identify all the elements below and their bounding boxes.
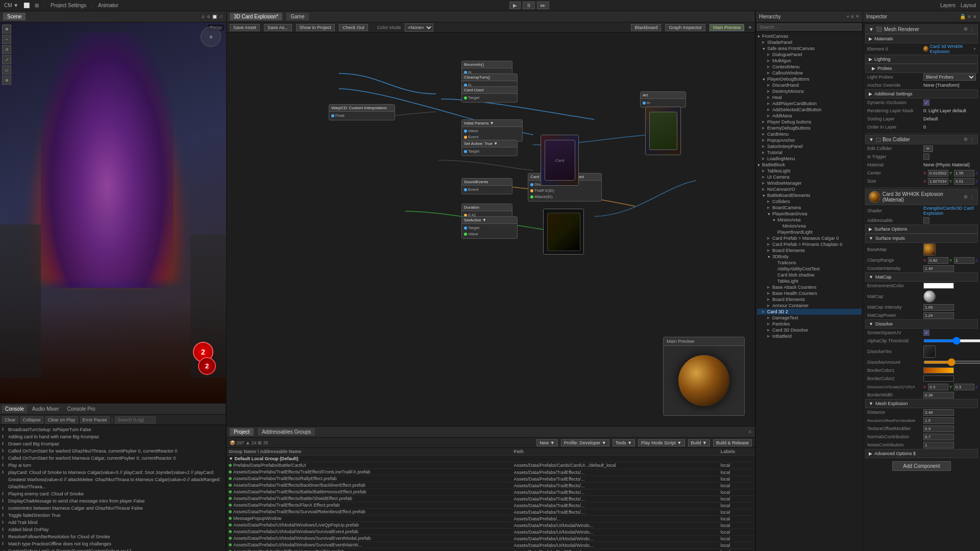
box-collider-header[interactable]: ▼ ⬚ Box Collider ⚙ ⋮ (865, 135, 978, 144)
table-row[interactable]: Assets/Data/Prefabs/TrailEffects/FlanX E… (227, 502, 755, 509)
layers-menu[interactable]: Layers (940, 3, 955, 8)
table-row[interactable]: Assets/Data/Prefabs/UI/Modal/Windows/Sur… (227, 542, 755, 548)
light-probes-select[interactable]: Blend Probes (923, 73, 976, 81)
tab-project[interactable]: Project (230, 428, 254, 436)
tool-hand[interactable]: ✥ (2, 24, 11, 34)
clamp-x[interactable] (928, 257, 948, 264)
shader-value[interactable]: Evangilis/Cards/3D Card Explosion (923, 206, 976, 216)
graph-inspector-button[interactable]: Graph Inspector (665, 24, 705, 31)
materials-header[interactable]: ▶ Materials (865, 34, 978, 43)
menu-icon1[interactable]: ⬜ (23, 3, 30, 8)
dissolve-header[interactable]: ▼ Dissolve (865, 319, 978, 329)
console-search[interactable] (115, 416, 156, 423)
normals-input[interactable] (923, 434, 954, 440)
table-row[interactable]: ▼ Default Local Group (Default) (227, 456, 755, 462)
tools-button[interactable]: Tools ▼ (612, 439, 635, 446)
tab-console[interactable]: Console (2, 405, 27, 413)
advanced-options-header[interactable]: ▶ Advanced Options $ (865, 449, 978, 458)
border-color1-swatch[interactable] (923, 367, 954, 373)
border-y[interactable] (954, 384, 974, 390)
counter-intensity-input[interactable] (923, 265, 954, 272)
hierarchy-item[interactable]: ▶Card Prefab > Primaris Chaplain 0 (757, 241, 862, 247)
scene-view[interactable]: 2 2 Persp ⊕ ✥ ↔ ↺ ⤢ ▭ ⊕ (0, 22, 226, 403)
inspector-menu-icon[interactable]: ≡ (968, 14, 971, 19)
layout-menu[interactable]: Layout (961, 3, 976, 8)
node-set-active-true[interactable]: Set Active: True ▼ Target (461, 140, 518, 156)
table-row[interactable]: Assets/Data/Prefabs/TrailEffects/RallyEf… (227, 475, 755, 482)
play-button[interactable]: ▶ (509, 2, 521, 9)
screen-space-uv-checkbox[interactable]: ✓ (923, 330, 929, 336)
menu-project-settings[interactable]: Project Settings (51, 3, 86, 8)
build-button[interactable]: Build ▼ (688, 439, 710, 446)
error-pause-button[interactable]: Error Pause (80, 416, 110, 423)
node-card-used[interactable]: Card Used Target (461, 86, 518, 103)
color-mode-select[interactable]: «None» (405, 23, 433, 32)
alpha-clip-slider[interactable] (923, 339, 980, 342)
hierarchy-item[interactable]: ▼BattleBoardElements (757, 192, 862, 198)
hierarchy-item[interactable]: ▶MulMgun (757, 58, 862, 64)
hierarchy-item[interactable]: ▼3DBody (757, 254, 862, 260)
save-asset-button[interactable]: Save Asset (230, 24, 260, 31)
material-section-header[interactable]: Card 3d WH40K Explosion (Material) ⚙ ⋮ (865, 189, 978, 205)
hierarchy-close-icon[interactable]: ✕ (855, 14, 860, 19)
hierarchy-item[interactable]: ▼FrontCanvas (757, 33, 862, 39)
new-button[interactable]: New ▼ (536, 439, 557, 446)
hierarchy-item[interactable]: AbilityAbilityCostText (757, 266, 862, 272)
hierarchy-item[interactable]: ▶Colliders (757, 198, 862, 205)
env-color-swatch[interactable] (923, 283, 954, 289)
texture-offset-input[interactable] (923, 425, 954, 432)
clear-button[interactable]: Clear (2, 416, 18, 423)
lighting-header[interactable]: ▶ Lighting (865, 55, 978, 64)
hierarchy-item[interactable]: ▶SatoriInterpPanel (757, 143, 862, 149)
add-component-button[interactable]: Add Component (892, 461, 950, 471)
node-canvas[interactable]: BounceIn() In Out CleanupTurn() In Card … (227, 33, 755, 426)
scene-tab[interactable]: Scene (3, 13, 26, 20)
hierarchy-item[interactable]: ▶CardMenu (757, 131, 862, 137)
table-row[interactable]: Assets/Data/Prefabs/UI/Modal/Windows/Liv… (227, 522, 755, 529)
hierarchy-item[interactable]: ▶DiscardHand (757, 82, 862, 88)
hierarchy-item[interactable]: ▼MinionArea (757, 217, 862, 223)
node-setactive2[interactable]: SetActive ▼ Target Value (461, 216, 518, 239)
hierarchy-item[interactable]: ▶AddSelectedCardButton (757, 107, 862, 113)
menu-grid[interactable]: ⊞ (35, 3, 39, 8)
check-out-button[interactable]: Check Out (339, 24, 368, 31)
hierarchy-menu-icon[interactable]: ≡ (851, 14, 854, 19)
surface-options-header[interactable]: ▶ Surface Options (865, 224, 978, 234)
dissolve-tex-thumb[interactable] (923, 345, 936, 358)
hierarchy-item[interactable]: ▶InBattleId (757, 333, 862, 339)
hierarchy-item[interactable]: ▶WindowManager (757, 180, 862, 186)
menu-animator[interactable]: Animator (98, 3, 118, 8)
hierarchy-item[interactable]: ▶AddPlayerCardButton (757, 101, 862, 107)
hierarchy-item[interactable]: ▶AddMana (757, 113, 862, 119)
hierarchy-item[interactable]: MinionArea (757, 223, 862, 229)
additional-settings-header[interactable]: ▶ Additional Settings (865, 89, 978, 98)
center-y[interactable] (954, 170, 974, 177)
hierarchy-item[interactable]: ▶Card 3D Dissolve (757, 327, 862, 333)
play-mode-script-button[interactable]: Play Mode Script ▼ (638, 439, 684, 446)
matcap-header[interactable]: ▼ MatCap (865, 272, 978, 282)
hierarchy-item[interactable]: ▶DestroyMinions (757, 88, 862, 94)
hierarchy-item[interactable]: ▶PopupAnchor (757, 137, 862, 143)
tool-move[interactable]: ↔ (2, 35, 11, 44)
surface-inputs-header[interactable]: ▼ Surface Inputs (865, 234, 978, 243)
mr-settings-icon[interactable]: ⚙ (964, 27, 968, 32)
hierarchy-item[interactable]: ▼PlayerDebugButtons (757, 76, 862, 82)
hierarchy-item[interactable]: ▶Tutorial (757, 149, 862, 156)
hierarchy-item[interactable]: ▶Particles (757, 321, 862, 327)
hierarchy-item[interactable]: ▶UI Camera (757, 174, 862, 180)
hierarchy-item[interactable]: ▶DamageText (757, 315, 862, 321)
center-x[interactable] (928, 170, 948, 177)
tab-3d-card-explosion[interactable]: 3D Card Explosion* (230, 13, 282, 20)
hierarchy-search[interactable] (757, 23, 862, 31)
distance-input[interactable] (923, 409, 954, 416)
hierarchy-item[interactable]: TableLight (757, 278, 862, 284)
mesh-renderer-header[interactable]: ▼ ⬛ Mesh Renderer ⚙ ⋮ (865, 24, 978, 34)
tool-rotate[interactable]: ↺ (2, 45, 11, 54)
hierarchy-item[interactable]: ▶ContextMenu (757, 64, 862, 70)
size-x[interactable] (928, 178, 948, 185)
clamp-y[interactable] (954, 257, 974, 264)
hierarchy-item[interactable]: ▶Board Elements (757, 247, 862, 254)
table-row[interactable]: Assets/Data/Prefabs/TrailEffects/ArmourT… (227, 548, 755, 551)
edit-collider-button[interactable]: ✏ (923, 145, 933, 152)
hierarchy-item[interactable]: PlayerBoardLight (757, 229, 862, 235)
